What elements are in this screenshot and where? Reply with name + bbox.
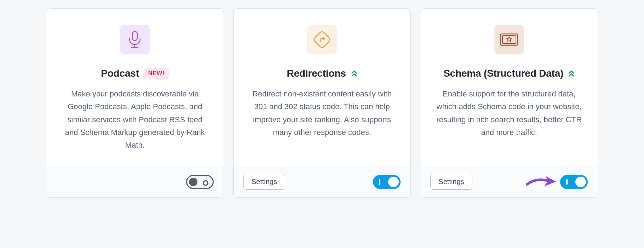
card-footer: Settings: [420, 166, 598, 197]
card-description: Redirect non-existent content easily wit…: [248, 88, 397, 139]
arrow-annotation-icon: [526, 175, 558, 189]
card-body: Podcast NEW! Make your podcasts discover…: [46, 9, 224, 166]
card-redirections: Redirections Redirect non-existent conte…: [233, 8, 411, 198]
card-title: Podcast: [101, 68, 139, 79]
card-body: Redirections Redirect non-existent conte…: [234, 9, 411, 166]
footer-right: [526, 175, 588, 189]
card-description: Enable support for the structured data, …: [435, 88, 583, 139]
card-title: Schema (Structured Data): [443, 68, 563, 79]
card-podcast: Podcast NEW! Make your podcasts discover…: [46, 8, 224, 198]
svg-rect-0: [132, 31, 137, 41]
card-footer: Settings: [234, 166, 411, 197]
card-description: Make your podcasts discoverable via Goog…: [61, 88, 209, 152]
toggle-redirections[interactable]: [373, 175, 401, 189]
schema-icon: [494, 25, 524, 54]
chevron-up-double-icon: [568, 70, 575, 77]
card-body: Schema (Structured Data) Enable support …: [420, 9, 598, 166]
module-cards-row: Podcast NEW! Make your podcasts discover…: [46, 8, 598, 198]
toggle-schema[interactable]: [560, 175, 588, 189]
card-title-row: Podcast NEW!: [101, 68, 169, 79]
svg-rect-3: [313, 31, 331, 49]
settings-button[interactable]: Settings: [430, 174, 472, 190]
microphone-icon: [120, 25, 150, 54]
card-footer: [46, 166, 224, 197]
card-title: Redirections: [287, 68, 346, 79]
chevron-up-double-icon: [351, 70, 357, 77]
card-title-row: Schema (Structured Data): [443, 68, 575, 79]
card-title-row: Redirections: [287, 68, 357, 79]
card-schema: Schema (Structured Data) Enable support …: [420, 8, 598, 198]
new-badge: NEW!: [144, 68, 169, 79]
redirect-icon: [307, 25, 337, 54]
settings-button[interactable]: Settings: [243, 174, 285, 190]
toggle-podcast[interactable]: [186, 175, 214, 189]
